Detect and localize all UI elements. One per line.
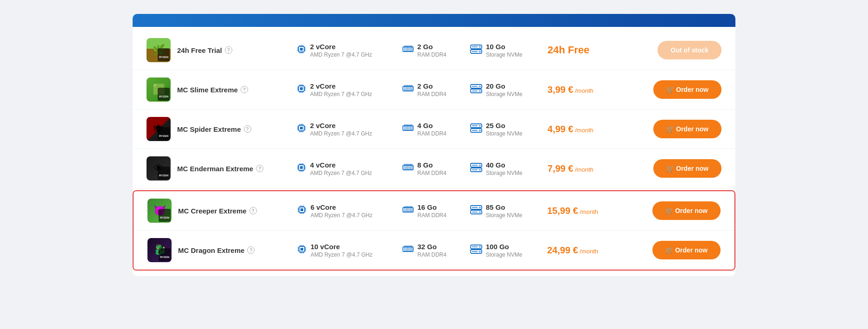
order-now-button[interactable]: 🛒 Order now [653, 80, 721, 99]
storage-details: 25 Go Storage NVMe [486, 122, 523, 137]
ram-details: 2 Go RAM DDR4 [417, 43, 447, 58]
price-value: 3,99 € [548, 84, 574, 95]
cpu-cores: 4 vCore [310, 161, 372, 169]
out-of-stock-button: Out of stock [657, 41, 721, 59]
ram-cell: 2 Go RAM DDR4 [402, 43, 470, 58]
offer-icon: 🐉 RYZEN [147, 238, 172, 262]
storage-amount: 25 Go [486, 122, 523, 129]
storage-spec: 85 Go Storage NVMe [470, 203, 547, 219]
product-row: 🟩 RYZEN MC Slime Extreme ? [133, 70, 735, 110]
cpu-details: 2 vCore AMD Ryzen 7 @4.7 GHz [310, 122, 372, 137]
storage-icon [470, 84, 482, 95]
info-icon[interactable]: ? [256, 165, 263, 172]
cpu-detail: AMD Ryzen 7 @4.7 GHz [310, 130, 372, 137]
product-row: 🐉 RYZEN MC Dragon Extreme ? [134, 231, 734, 270]
offer-name: MC Creeper Extreme ? [178, 207, 257, 215]
svg-point-128 [479, 165, 480, 166]
offer-name-wrapper: MC Dragon Extreme ? [178, 246, 255, 254]
action-cell: 🛒 Order now [634, 241, 721, 259]
svg-point-30 [479, 51, 480, 52]
storage-icon [470, 163, 482, 174]
price-cell: 7,99 € /month [548, 163, 635, 174]
price-period: /month [578, 208, 598, 215]
ram-amount: 16 Go [417, 203, 447, 211]
svg-rect-100 [300, 166, 303, 169]
ram-type: RAM DDR4 [417, 170, 447, 176]
price-period: /month [578, 248, 598, 255]
svg-point-129 [479, 169, 480, 171]
svg-rect-133 [300, 208, 303, 211]
cpu-details: 10 vCore AMD Ryzen 7 @4.7 GHz [311, 243, 373, 258]
cpu-spec: 4 vCore AMD Ryzen 7 @4.7 GHz [296, 161, 402, 176]
order-now-button[interactable]: 🛒 Order now [653, 159, 721, 178]
action-cell: 🛒 Order now [634, 120, 721, 138]
action-cell: 🛒 Order now [634, 201, 721, 220]
action-cell: 🛒 Order now [634, 80, 721, 99]
cpu-detail: AMD Ryzen 7 @4.7 GHz [311, 212, 373, 219]
storage-cell: 40 Go Storage NVMe [470, 161, 548, 176]
ram-spec: 4 Go RAM DDR4 [402, 122, 470, 137]
ram-amount: 2 Go [417, 43, 447, 51]
price-value: 24,99 € [547, 245, 578, 255]
offer-cell: 👁 RYZEN MC Enderman Extreme ? [147, 156, 292, 181]
cpu-cell: 4 vCore AMD Ryzen 7 @4.7 GHz [292, 161, 402, 176]
cpu-cores: 2 vCore [310, 82, 372, 90]
cpu-cores: 6 vCore [311, 203, 373, 211]
cpu-details: 2 vCore AMD Ryzen 7 @4.7 GHz [310, 82, 372, 97]
order-now-button[interactable]: 🛒 Order now [653, 120, 721, 138]
storage-spec: 10 Go Storage NVMe [470, 43, 548, 58]
storage-icon [470, 245, 482, 256]
ram-spec: 8 Go RAM DDR4 [402, 161, 470, 176]
highlighted-group: 😈 RYZEN MC Creeper Extreme ? [133, 190, 735, 271]
cpu-cores: 2 vCore [310, 122, 372, 129]
offer-cell: 🕷 RYZEN MC Spider Extreme ? [147, 117, 292, 141]
ram-icon [402, 163, 414, 174]
ram-spec: 32 Go RAM DDR4 [402, 243, 470, 258]
ram-details: 32 Go RAM DDR4 [417, 243, 447, 258]
info-icon[interactable]: ? [241, 86, 248, 93]
offer-name-wrapper: 24h Free Trial ? [177, 46, 232, 54]
order-now-button[interactable]: 🛒 Order now [652, 241, 721, 259]
ram-details: 16 Go RAM DDR4 [417, 203, 447, 219]
storage-type: Storage NVMe [486, 52, 523, 58]
order-now-button[interactable]: 🛒 Order now [652, 201, 721, 220]
action-cell: Out of stock [634, 41, 721, 59]
cpu-details: 4 vCore AMD Ryzen 7 @4.7 GHz [310, 161, 372, 176]
svg-point-63 [479, 90, 480, 92]
ram-cell: 4 Go RAM DDR4 [402, 122, 470, 137]
cpu-spec: 10 vCore AMD Ryzen 7 @4.7 GHz [297, 243, 403, 258]
offer-name: MC Enderman Extreme ? [177, 165, 263, 173]
price-value: 24h Free [548, 44, 590, 56]
storage-icon [470, 45, 482, 56]
svg-rect-166 [300, 248, 303, 251]
ram-icon [402, 124, 414, 134]
pricing-table: 🌿 RYZEN 24h Free Trial ? [133, 14, 735, 276]
offer-icon: 🟩 RYZEN [147, 77, 171, 102]
info-icon[interactable]: ? [247, 246, 255, 254]
storage-type: Storage NVMe [486, 130, 523, 137]
cpu-cores: 2 vCore [310, 43, 372, 51]
info-icon[interactable]: ? [244, 125, 251, 133]
offer-cell: 🐉 RYZEN MC Dragon Extreme ? [147, 238, 292, 262]
price-cell: 24h Free [548, 44, 635, 56]
ram-icon [402, 45, 414, 55]
price-cell: 24,99 € /month [547, 245, 634, 256]
offer-cell: 😈 RYZEN MC Creeper Extreme ? [147, 199, 292, 223]
offer-name-wrapper: MC Creeper Extreme ? [178, 207, 257, 215]
ram-type: RAM DDR4 [417, 130, 447, 137]
storage-spec: 25 Go Storage NVMe [470, 122, 548, 137]
storage-spec: 40 Go Storage NVMe [470, 161, 548, 176]
ram-spec: 2 Go RAM DDR4 [402, 82, 470, 97]
info-icon[interactable]: ? [225, 46, 232, 54]
info-icon[interactable]: ? [249, 207, 257, 214]
offer-name: 24h Free Trial ? [177, 46, 232, 54]
storage-type: Storage NVMe [486, 212, 523, 219]
offer-icon: 👁 RYZEN [147, 156, 171, 181]
cpu-detail: AMD Ryzen 7 @4.7 GHz [310, 170, 372, 176]
storage-amount: 100 Go [486, 243, 523, 251]
storage-type: Storage NVMe [486, 91, 523, 97]
storage-details: 10 Go Storage NVMe [486, 43, 523, 58]
svg-point-162 [479, 212, 480, 213]
offer-name: MC Dragon Extreme ? [178, 246, 255, 254]
price-value: 15,99 € [547, 206, 578, 216]
